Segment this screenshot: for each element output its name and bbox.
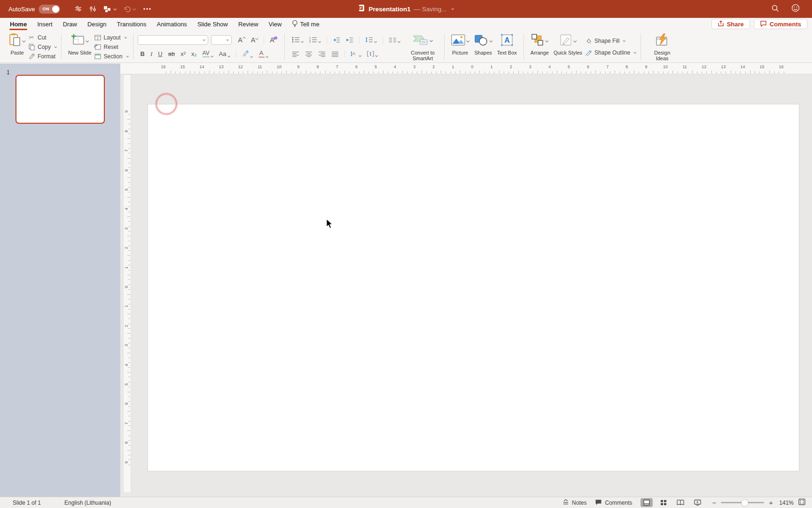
decrease-indent-button[interactable] [330,37,343,43]
align-right-button[interactable] [315,51,328,57]
tab-animations[interactable]: Animations [152,19,192,29]
tab-view[interactable]: View [264,19,287,29]
copy-button[interactable]: Copy [28,43,57,51]
font-name-combobox[interactable] [138,35,208,45]
slide-thumbnail-panel[interactable]: 1 [0,64,120,497]
autosave-toggle[interactable]: ON [39,5,60,14]
text-highlight-button[interactable] [239,50,256,58]
comments-button[interactable]: Comments [754,19,807,29]
section-button[interactable]: Section [94,52,129,60]
tab-transitions[interactable]: Transitions [111,19,151,29]
tab-draw[interactable]: Draw [58,19,82,29]
tab-design[interactable]: Design [82,19,111,29]
editing-canvas[interactable]: 1615141312111098765432101234567891011121… [120,64,812,497]
change-case-button[interactable]: Aa [216,50,233,57]
notes-toggle-button[interactable]: Notes [562,499,586,507]
slide-thumbnail-1[interactable] [16,75,105,124]
slide-editing-area[interactable] [148,104,799,471]
settings-sliders-icon[interactable] [89,5,96,13]
document-title[interactable]: Presentation1 [368,6,410,13]
v-ruler-tick [128,436,130,436]
print-quick-icon[interactable] [74,5,82,13]
shapes-quick-icon[interactable] [103,5,117,13]
align-center-button[interactable] [302,51,315,57]
comments-toggle-button[interactable]: Comments [595,499,632,507]
reading-view-button[interactable] [674,498,687,507]
h-ruler-tick [291,71,292,73]
slideshow-view-button[interactable] [691,498,703,507]
character-spacing-button[interactable]: AV [200,50,216,57]
slide-sorter-view-button[interactable] [657,498,670,507]
language-setting[interactable]: English (Lithuania) [64,500,111,506]
v-ruler-tick [128,324,130,324]
font-color-button[interactable]: A [256,50,271,58]
design-ideas-button[interactable]: Design Ideas [645,32,679,62]
h-ruler-label: 5 [375,64,377,69]
paste-button[interactable]: Paste [7,32,28,62]
arrange-button[interactable]: Arrange [528,32,551,62]
zoom-in-button[interactable]: + [769,499,773,507]
autosave-control[interactable]: AutoSave ON [8,5,60,14]
fit-slide-to-window-button[interactable] [798,499,805,507]
shape-outline-label: Shape Outline [594,49,630,56]
align-text-button[interactable] [364,51,381,57]
statusbar-comments-label: Comments [605,500,632,506]
cut-button[interactable]: ✂ Cut [28,33,57,41]
zoom-slider-thumb[interactable] [742,500,748,506]
new-slide-button[interactable]: New Slide [66,32,94,62]
clear-formatting-button[interactable]: A [267,36,280,44]
v-ruler-tick [128,382,130,382]
reset-button[interactable]: Reset [94,43,129,51]
tab-review[interactable]: Review [233,19,264,29]
zoom-percentage[interactable]: 141% [778,500,794,506]
convert-smartart-button[interactable]: Convert to SmartArt [406,32,440,62]
increase-font-size-button[interactable]: A [235,36,248,44]
v-ruler-tick [128,309,130,310]
shape-fill-button[interactable]: Shape Fill [585,37,636,45]
underline-button[interactable]: U [155,50,165,57]
v-ruler-label: 0 [124,286,129,288]
search-icon[interactable] [771,4,779,14]
line-spacing-button[interactable] [362,37,380,43]
quick-styles-button[interactable]: Quick Styles [551,32,585,62]
shape-outline-button[interactable]: Shape Outline [585,49,636,57]
tab-insert[interactable]: Insert [32,19,58,29]
bold-button[interactable]: B [138,50,148,57]
bullets-button[interactable] [289,37,306,43]
share-button[interactable]: Share [711,19,750,29]
h-ruler-tick [311,71,311,73]
layout-button[interactable]: Layout [94,33,129,41]
font-size-combobox[interactable] [211,35,232,45]
normal-view-button[interactable] [640,498,653,507]
subscript-button[interactable]: x₂ [188,50,200,57]
title-chevron-icon[interactable] [451,7,454,10]
h-ruler-tick [581,71,581,73]
columns-button[interactable] [386,37,403,43]
shapes-button[interactable]: Shapes [472,32,495,62]
justify-button[interactable] [328,51,342,57]
tab-slide-show[interactable]: Slide Show [192,19,233,29]
zoom-slider[interactable] [721,502,764,503]
workspace: 1 16151413121110987654321012345678910111… [0,64,812,497]
superscript-button[interactable]: x² [178,50,188,57]
strikethrough-button[interactable]: ab [165,50,178,57]
numbering-button[interactable]: 123 [306,37,324,43]
h-ruler-tick [494,71,494,73]
more-commands-icon[interactable] [143,8,151,10]
increase-indent-button[interactable] [343,37,356,43]
decrease-font-size-button[interactable]: A [248,36,261,44]
italic-button[interactable]: I [148,50,155,58]
align-left-button[interactable] [289,51,302,57]
tab-home[interactable]: Home [5,19,32,29]
h-ruler-tick [542,71,543,73]
h-ruler-label: 16 [779,64,784,69]
tell-me[interactable]: Tell me [287,20,324,29]
h-ruler-label: 15 [180,64,185,69]
undo-icon[interactable] [124,5,136,13]
picture-button[interactable]: Picture [449,32,472,62]
format-painter-button[interactable]: Format [28,52,57,60]
text-direction-button[interactable]: A [348,51,364,57]
zoom-out-button[interactable]: − [712,499,716,507]
text-box-button[interactable]: A Text Box [495,32,519,62]
feedback-smiley-icon[interactable] [791,4,800,14]
